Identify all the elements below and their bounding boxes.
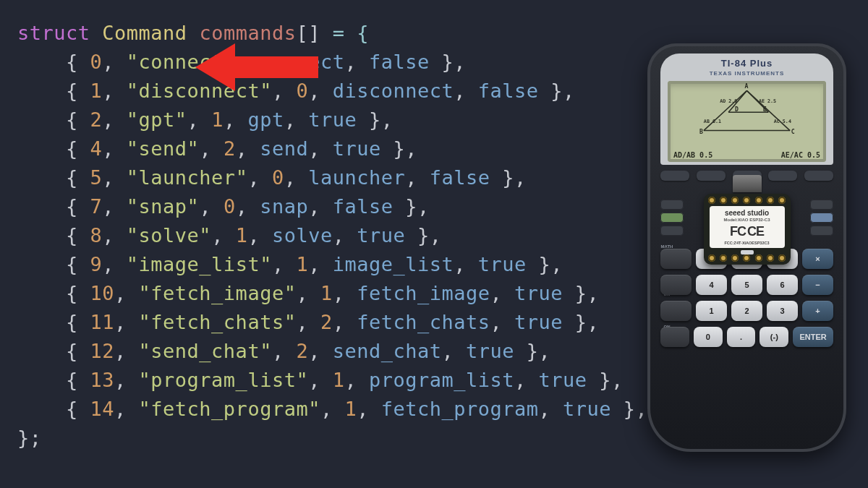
code-listing: struct Command commands[] = { { 0, "conn…: [17, 19, 647, 453]
key-plus[interactable]: +: [802, 301, 833, 321]
calculator-lcd: A B C D E AD 2.9 AE 2.5 AB 6.1 AC 5.4 AD…: [668, 81, 826, 162]
board-model: Model:XIAO ESP32-C3: [713, 218, 781, 222]
usb-connector-icon: [733, 175, 762, 192]
fn-key[interactable]: [660, 301, 692, 321]
key-dot[interactable]: .: [727, 327, 756, 347]
keyword-struct: struct: [17, 22, 90, 44]
key-2[interactable]: 2: [731, 301, 762, 321]
code-rows: { 0, "connect", connect, false }, { 1, "…: [17, 51, 647, 420]
key-neg[interactable]: (-): [760, 327, 788, 347]
key-multiply[interactable]: ×: [802, 249, 833, 269]
svg-text:B: B: [699, 128, 703, 135]
stat-button[interactable]: [810, 213, 833, 223]
svg-marker-0: [195, 43, 318, 91]
gpio-pin: [743, 254, 750, 262]
key-6[interactable]: 6: [767, 275, 798, 295]
highlight-arrow-icon: [195, 42, 318, 93]
calculator-model: TI-84 Plus: [660, 58, 833, 69]
del-button[interactable]: [810, 200, 833, 210]
gpio-pin: [731, 197, 739, 204]
gpio-pin: [778, 254, 786, 262]
svg-line-2: [704, 90, 747, 130]
key-enter[interactable]: ENTER: [793, 327, 833, 347]
softkey[interactable]: [804, 171, 833, 181]
fn-key[interactable]: [660, 275, 692, 295]
gpio-pin: [743, 197, 750, 204]
gpio-pin: [720, 254, 727, 262]
gpio-pin: [778, 197, 786, 204]
svg-text:A: A: [745, 82, 749, 90]
calculator-bezel: TI-84 Plus TEXAS INSTRUMENTS A B C D E: [660, 53, 833, 165]
key-1[interactable]: 1: [696, 301, 727, 321]
fcc-id: FCC:Z4T-XIAOESP32C3: [713, 241, 781, 245]
gpio-pin: [755, 197, 762, 204]
gpio-pin: [708, 254, 715, 262]
close-brace: };: [17, 427, 42, 449]
lcd-status-row: AD/AB 0.5 AE/AC 0.5: [673, 151, 820, 159]
gpio-pin: [755, 254, 762, 262]
lcd-status-right: AE/AC 0.5: [781, 151, 820, 159]
rf-shield-label: seeed studio Model:XIAO ESP32-C3 FC CE F…: [710, 206, 785, 248]
clear-button[interactable]: [810, 226, 833, 236]
gpio-pin: [708, 197, 715, 204]
fcc-mark: FC: [730, 224, 746, 239]
mode-button[interactable]: [660, 226, 684, 236]
key-0[interactable]: 0: [694, 327, 723, 347]
pin-row-bottom: [707, 254, 788, 262]
svg-text:AC 5.4: AC 5.4: [774, 119, 791, 124]
svg-text:AD 2.9: AD 2.9: [720, 98, 737, 104]
ti84-calculator: TI-84 Plus TEXAS INSTRUMENTS A B C D E: [647, 43, 846, 452]
key-4[interactable]: 4: [696, 275, 727, 295]
alpha-button[interactable]: [660, 213, 684, 223]
on-key[interactable]: [660, 327, 689, 347]
brackets: []: [296, 22, 320, 44]
pcb: seeed studio Model:XIAO ESP32-C3 FC CE F…: [704, 194, 791, 265]
key-3[interactable]: 3: [767, 301, 798, 321]
calculator-brand: TEXAS INSTRUMENTS: [660, 70, 833, 77]
gpio-pin: [731, 254, 739, 262]
type-command: Command: [102, 22, 187, 44]
gpio-pin: [720, 197, 727, 204]
ce-mark: CE: [747, 224, 764, 239]
board-brand: seeed studio: [713, 209, 781, 217]
fn-key[interactable]: [660, 249, 692, 269]
gpio-pin: [767, 197, 774, 204]
svg-text:C: C: [791, 128, 795, 135]
lcd-status-left: AD/AB 0.5: [673, 151, 712, 159]
esp32-board: seeed studio Model:XIAO ESP32-C3 FC CE F…: [704, 175, 791, 265]
declarator-commands: commands: [199, 22, 296, 44]
pin-row-top: [707, 197, 788, 204]
svg-text:AE 2.5: AE 2.5: [759, 98, 776, 104]
svg-text:D: D: [735, 106, 739, 113]
calculator-body: seeed studio Model:XIAO ESP32-C3 FC CE F…: [660, 171, 833, 437]
key-5[interactable]: 5: [731, 275, 762, 295]
svg-text:AB 6.1: AB 6.1: [704, 119, 721, 124]
keypad: 7 8 9 × 4 5 6 − 1 2 3 + 0 .: [660, 249, 833, 437]
gpio-pin: [767, 254, 774, 262]
cert-marks: FC CE: [713, 224, 781, 239]
svg-text:E: E: [763, 106, 767, 113]
second-button[interactable]: [660, 200, 684, 210]
softkey[interactable]: [660, 171, 689, 181]
key-minus[interactable]: −: [802, 275, 833, 295]
assign: = {: [320, 22, 369, 44]
